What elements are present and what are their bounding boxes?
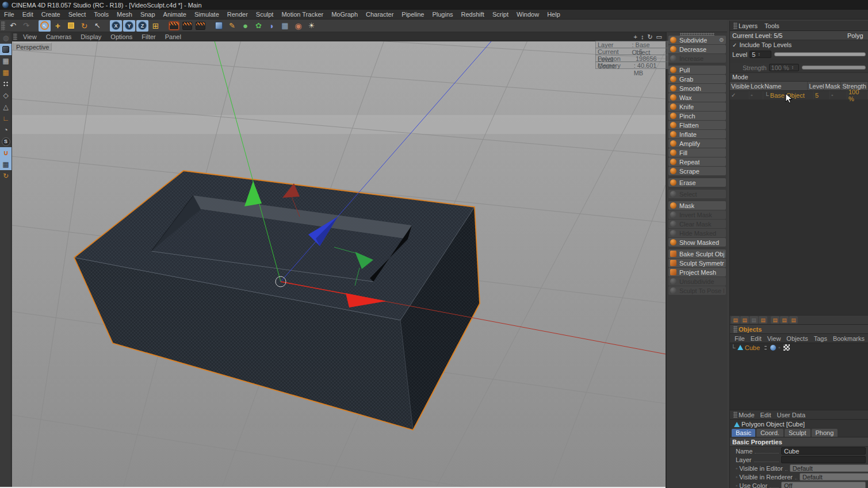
texture-mode-button[interactable]: ▦ (0, 55, 12, 67)
menu-mograph[interactable]: MoGraph (327, 11, 362, 18)
move-tool-button[interactable]: + (52, 20, 64, 32)
row-mask-toggle[interactable]: ◦ (831, 92, 833, 98)
menu-render[interactable]: Render (223, 11, 252, 18)
include-top-levels-checkbox[interactable]: ✓ (732, 42, 737, 48)
layers-panel-grip[interactable] (733, 22, 737, 29)
viewport-rotate-icon[interactable]: ↻ (645, 33, 654, 41)
visibility-dots-icon[interactable] (763, 345, 768, 351)
project-mesh-button[interactable]: Project Mesh (668, 268, 726, 276)
add-environment-button[interactable]: ▦ (279, 20, 291, 32)
vp-menu-panel[interactable]: Panel (160, 33, 186, 40)
obj-menu-file[interactable]: File (735, 335, 745, 342)
menu-pipeline[interactable]: Pipeline (397, 11, 428, 18)
row-visible-checkbox[interactable]: ✓ (731, 92, 736, 98)
render-settings-button[interactable] (194, 20, 207, 32)
obj-menu-edit[interactable]: Edit (751, 335, 762, 342)
gear-icon[interactable]: ⚙ (719, 37, 724, 43)
sculpt-subdivide-button[interactable]: Subdivide⚙ (668, 36, 726, 44)
viewport[interactable]: View Cameras Display Options Filter Pane… (12, 32, 666, 488)
lock-y-axis-button[interactable]: Y (123, 20, 135, 32)
tab-layers[interactable]: Layers (739, 22, 758, 29)
layer-settings-icon[interactable]: ▤ (759, 316, 767, 324)
sculpt-erase-button[interactable]: Erase (668, 178, 726, 187)
menu-file[interactable]: File (0, 11, 18, 18)
sculpt-symmetry-button[interactable]: Sculpt Symmetry (668, 259, 726, 267)
tab-sculpt[interactable]: Sculpt (785, 429, 810, 437)
phong-tag-icon[interactable] (770, 345, 776, 351)
sculpt-mask-button[interactable]: Mask (668, 201, 726, 210)
add-camera-button[interactable]: ◉ (292, 20, 304, 32)
obj-menu-bookmarks[interactable]: Bookmarks (833, 335, 865, 342)
bake-sculpt-objects-button[interactable]: Bake Sculpt Objects (668, 249, 726, 258)
layer-field-input[interactable] (781, 456, 866, 463)
level-spinner[interactable]: 5↕ (750, 51, 771, 58)
obj-menu-objects[interactable]: Objects (786, 335, 808, 342)
attributes-menu-grip[interactable] (733, 412, 737, 418)
remove-from-layer-icon[interactable]: ▤ (789, 316, 798, 324)
name-field-input[interactable]: Cube (781, 447, 866, 455)
vp-menu-cameras[interactable]: Cameras (41, 33, 77, 40)
sculpt-knife-button[interactable]: Knife (668, 102, 726, 111)
sculpt-pinch-button[interactable]: Pinch (668, 112, 726, 120)
add-mograph-button[interactable]: ✿ (253, 20, 265, 32)
level-slider[interactable] (774, 52, 866, 56)
menu-character[interactable]: Character (362, 11, 397, 18)
rotate-tool-button[interactable]: ↻ (78, 20, 90, 32)
menu-mesh[interactable]: Mesh (113, 11, 136, 18)
scale-tool-button[interactable] (65, 20, 77, 32)
add-subdivision-surface-button[interactable]: ● (239, 20, 251, 32)
add-cube-button[interactable] (213, 20, 225, 32)
sculpt-repeat-button[interactable]: Repeat (668, 157, 726, 166)
obj-menu-tags[interactable]: Tags (814, 335, 827, 342)
snap-settings-button[interactable]: S (0, 136, 12, 147)
render-view-button[interactable] (168, 20, 180, 32)
tab-basic[interactable]: Basic (732, 429, 755, 437)
viewport-maximize-icon[interactable]: ▭ (655, 33, 664, 41)
vp-menu-view[interactable]: View (18, 33, 41, 40)
sculpt-inflate-button[interactable]: Inflate (668, 130, 726, 139)
coordinate-system-button[interactable]: ⊞ (150, 20, 162, 32)
sculpt-grab-button[interactable]: Grab (668, 75, 726, 83)
objects-panel-grip[interactable] (733, 326, 737, 333)
viewport-pan-icon[interactable]: + (632, 33, 638, 40)
toolbar-grip[interactable] (1, 21, 5, 30)
strength-spinner[interactable]: 100 %↕ (769, 64, 799, 71)
sculpt-fill-button[interactable]: Fill (668, 148, 726, 157)
sculpt-scrape-button[interactable]: Scrape (668, 167, 726, 175)
edges-mode-button[interactable]: ◇ (0, 90, 12, 101)
viewport-menu-grip[interactable] (13, 33, 17, 40)
sculpt-smooth-button[interactable]: Smooth (668, 84, 726, 93)
viewport-canvas[interactable] (12, 41, 666, 488)
viewport-zoom-icon[interactable]: ↕ (639, 33, 646, 40)
attr-menu-user-data[interactable]: User Data (777, 412, 806, 418)
menu-sculpt[interactable]: Sculpt (252, 11, 278, 18)
enable-axis-button[interactable]: ∟ (0, 113, 12, 124)
last-tool-button[interactable]: ↖ (91, 20, 104, 32)
sculpt-wax-button[interactable]: Wax (668, 93, 726, 102)
menu-animate[interactable]: Animate (159, 11, 190, 18)
live-selection-button[interactable]: ↖ (39, 20, 51, 32)
menu-tools[interactable]: Tools (90, 11, 113, 18)
workplane-mode-button[interactable]: ▦ (0, 67, 12, 78)
row-lock-toggle[interactable]: ◦ (751, 92, 753, 98)
use-color-dropdown[interactable]: Off (781, 482, 866, 488)
enable-snap-button[interactable]: ∪ (0, 147, 12, 159)
attr-menu-mode[interactable]: Mode (739, 412, 755, 418)
object-tree-item-cube[interactable]: └ Cube ◦ (730, 343, 868, 352)
tab-tools[interactable]: Tools (764, 22, 779, 29)
add-layer-icon[interactable]: ▤ (731, 316, 740, 324)
tab-coord[interactable]: Coord. (756, 429, 783, 437)
lock-x-axis-button[interactable]: X (110, 20, 122, 32)
sculpt-amplify-button[interactable]: Amplify (668, 139, 726, 148)
menu-plugins[interactable]: Plugins (428, 11, 457, 18)
select-layer-objects-icon[interactable]: ▤ (780, 316, 789, 324)
sculpt-flatten-button[interactable]: Flatten (668, 121, 726, 129)
menu-redshift[interactable]: Redshift (457, 11, 488, 18)
strength-slider[interactable] (802, 66, 866, 70)
add-child-layer-icon[interactable]: ▤ (740, 316, 749, 324)
vp-menu-display[interactable]: Display (76, 33, 106, 40)
visible-in-renderer-dropdown[interactable]: Default (800, 473, 868, 481)
viewport-camera-label[interactable]: Perspective (13, 43, 52, 51)
add-light-button[interactable]: ☀ (305, 20, 318, 32)
vp-menu-filter[interactable]: Filter (137, 33, 160, 40)
